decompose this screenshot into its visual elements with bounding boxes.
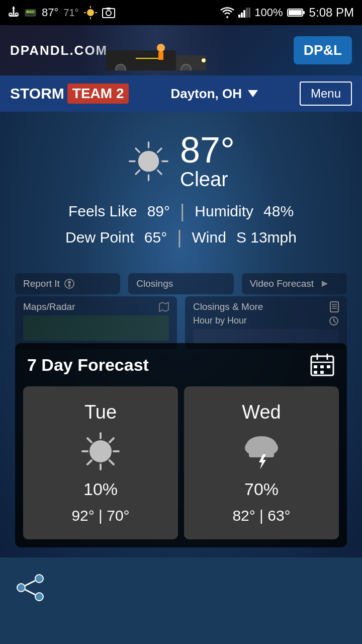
svg-rect-13 [243, 10, 245, 18]
temperature2-status: 71° [63, 7, 78, 19]
app-header: STORM TEAM 2 Dayton, OH Menu [0, 75, 362, 112]
weather-main-display: 87° Clear [127, 132, 235, 191]
location-dropdown-icon [248, 90, 258, 97]
location-button[interactable]: Dayton, OH [170, 86, 258, 102]
svg-rect-18 [303, 11, 305, 14]
svg-point-9 [106, 11, 111, 16]
feels-like-label: Feels Like [68, 203, 137, 220]
bg-tab-report[interactable]: Report It [15, 273, 120, 294]
svg-point-21 [116, 64, 126, 70]
status-right: 100% 5:08 PM [220, 6, 354, 20]
svg-rect-12 [241, 13, 243, 18]
bg-card-maps[interactable]: Maps/Radar [15, 296, 177, 349]
status-left: 📟 87° 71° [8, 6, 115, 19]
day-wed-precip: 70% [244, 479, 279, 499]
forecast-day-wed[interactable]: Wed 70% 82° | 63° [184, 386, 339, 539]
ad-banner[interactable]: DPANDL.COM DP&L [0, 25, 362, 75]
svg-point-71 [35, 575, 43, 583]
svg-point-24 [202, 58, 206, 62]
ad-image [80, 25, 231, 75]
day-tue-temps: 92° | 70° [71, 507, 129, 524]
feels-like-value: 89° [147, 203, 170, 220]
signal-icon [238, 8, 250, 18]
photo-icon [102, 7, 115, 18]
svg-rect-8 [103, 9, 115, 18]
bg-card-closings-more[interactable]: Closings & More Hour by Hour [185, 296, 347, 349]
svg-rect-14 [246, 8, 248, 18]
bg-tab-closings-label: Closings [136, 278, 173, 289]
share-icon[interactable] [15, 573, 45, 603]
dew-point-value: 65° [144, 229, 167, 246]
bg-card-closings-more-label: Closings & More [193, 301, 263, 312]
ad-logo-right: DP&L [294, 36, 352, 64]
battery-icon [287, 8, 305, 17]
wind-label: Wind [192, 229, 226, 246]
day-tue-name: Tue [84, 401, 117, 423]
detail-row-2: Dew Point 65° | Wind S 13mph [65, 227, 297, 248]
day-wed-icon [239, 431, 284, 471]
svg-rect-11 [238, 15, 240, 18]
svg-rect-55 [314, 371, 317, 374]
condition-label: Clear [180, 168, 228, 191]
svg-point-25 [157, 44, 165, 52]
svg-line-65 [87, 460, 92, 464]
forecast-title: 7 Day Forecast [27, 355, 149, 375]
time-display: 5:08 PM [309, 6, 354, 20]
svg-point-37 [68, 281, 71, 284]
svg-rect-69 [249, 450, 274, 457]
bg-tab-video-label: Video Forecast [250, 278, 314, 289]
day-wed-temps: 82° | 63° [232, 507, 290, 524]
svg-line-63 [110, 460, 114, 464]
svg-rect-54 [327, 365, 330, 368]
svg-rect-56 [320, 371, 324, 374]
temperature-value: 87° [180, 132, 235, 168]
temperature-display: 87° Clear [180, 132, 235, 191]
divider-1: | [180, 201, 185, 222]
svg-marker-40 [159, 302, 168, 311]
status-weather-icon [84, 6, 97, 19]
forecast-days: Tue 10% 92° | 70° [15, 386, 347, 547]
bg-tab-closings[interactable]: Closings [128, 273, 233, 294]
forecast-day-tue[interactable]: Tue 10% 92° | 70° [23, 386, 178, 539]
svg-line-32 [136, 148, 140, 152]
divider-2: | [177, 227, 182, 248]
svg-rect-0 [13, 9, 15, 14]
svg-point-57 [89, 440, 112, 462]
storm-text: STORM [10, 85, 64, 102]
weather-details: Feels Like 89° | Humidity 48% Dew Point … [65, 201, 297, 248]
bg-tab-video[interactable]: Video Forecast [242, 273, 347, 294]
svg-rect-26 [158, 52, 163, 60]
forecast-card[interactable]: 7 Day Forecast Tue [15, 343, 347, 547]
bg-tab-report-label: Report It [23, 278, 60, 289]
humidity-value: 48% [263, 203, 294, 220]
svg-point-72 [17, 584, 25, 592]
day-tue-icon [78, 431, 123, 471]
day-wed-name: Wed [242, 401, 281, 423]
menu-button[interactable]: Menu [300, 82, 352, 106]
location-text: Dayton, OH [170, 86, 242, 102]
svg-line-64 [110, 438, 114, 442]
svg-rect-38 [68, 284, 70, 287]
usb-icon [8, 6, 19, 19]
svg-point-73 [35, 593, 43, 601]
svg-line-74 [25, 581, 35, 586]
svg-line-33 [157, 170, 161, 174]
svg-line-47 [334, 321, 336, 323]
svg-rect-53 [320, 365, 324, 368]
svg-rect-52 [314, 365, 317, 368]
bg-card-maps-label: Maps/Radar [23, 301, 75, 312]
svg-rect-10 [107, 8, 111, 10]
forecast-header: 7 Day Forecast [15, 343, 347, 386]
svg-point-27 [138, 151, 159, 172]
day-tue-precip: 10% [83, 479, 118, 499]
svg-line-75 [25, 590, 35, 595]
bg-tab-hour-label: Hour by Hour [193, 315, 247, 326]
wifi-icon [220, 7, 234, 18]
svg-rect-17 [289, 10, 302, 15]
detail-row-1: Feels Like 89° | Humidity 48% [68, 201, 294, 222]
temperature-status: 87° [42, 6, 58, 19]
svg-line-34 [157, 148, 161, 152]
current-weather: 87° Clear Feels Like 89° | Humidity 48% … [65, 132, 297, 248]
battery-percent: 100% [254, 6, 283, 19]
calendar-icon [310, 352, 335, 377]
